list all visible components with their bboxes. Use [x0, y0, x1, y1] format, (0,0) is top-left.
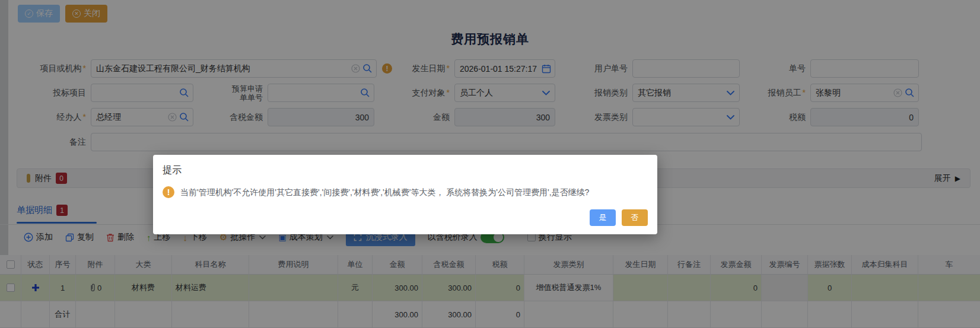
warning-icon: ! — [163, 186, 174, 198]
dialog-title: 提示 — [163, 164, 648, 177]
dialog-no-button[interactable]: 否 — [622, 209, 648, 226]
confirm-dialog: 提示 ! 当前'管理机构'不允许使用'其它直接费','间接费','材料费','机… — [153, 155, 657, 234]
dialog-message: 当前'管理机构'不允许使用'其它直接费','间接费','材料费','机械费'等大… — [180, 186, 589, 199]
dialog-yes-button[interactable]: 是 — [590, 209, 616, 226]
expense-form-page: ✓ 保存 ✕ 关闭 费用预报销单 项目或机构* ! 发生日期* 用户单号 — [0, 0, 980, 328]
